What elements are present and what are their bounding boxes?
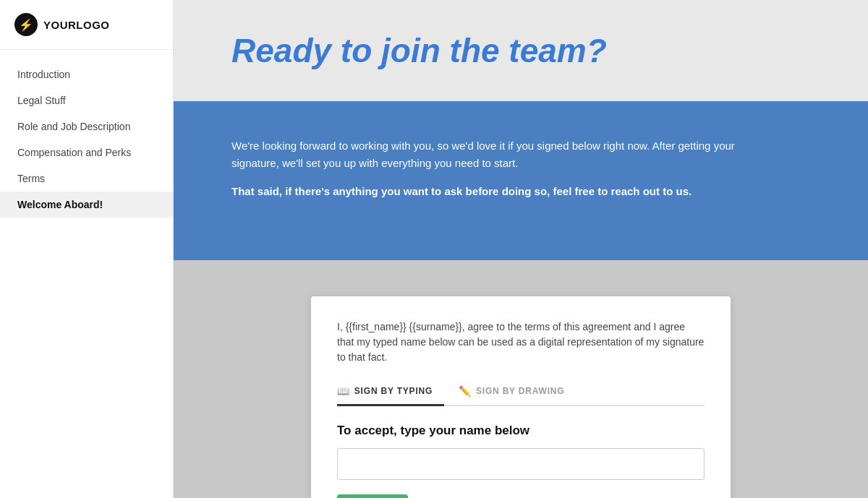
logo-area: ⚡ YOURLOGO [0,0,173,50]
sidebar-item-role-job[interactable]: Role and Job Description [0,113,173,139]
gray-section: I, {{first_name}} {{surname}}, agree to … [174,260,868,498]
main-content: Ready to join the team? We're looking fo… [174,0,868,498]
book-icon: 📖 [337,385,350,397]
accept-button[interactable]: Accept [337,494,408,498]
blue-paragraph: We're looking forward to working with yo… [231,137,738,172]
logo-icon: ⚡ [14,13,38,36]
sidebar-nav: Introduction Legal Stuff Role and Job De… [0,50,173,229]
sidebar-item-terms[interactable]: Terms [0,166,173,192]
blue-section: We're looking forward to working with yo… [174,101,868,260]
signature-input[interactable] [337,448,705,480]
sign-label: To accept, type your name below [337,424,705,438]
signature-card: I, {{first_name}} {{surname}}, agree to … [311,296,731,498]
tab-typing-label: SIGN BY TYPING [354,386,433,396]
hero-section: Ready to join the team? [174,0,868,101]
pen-icon: ✏️ [459,385,472,397]
sidebar-item-introduction[interactable]: Introduction [0,61,173,87]
logo-text: YOURLOGO [43,19,110,31]
tab-sign-drawing[interactable]: ✏️ SIGN BY DRAWING [459,379,576,406]
sign-tabs: 📖 SIGN BY TYPING ✏️ SIGN BY DRAWING [337,379,705,406]
sidebar-item-legal-stuff[interactable]: Legal Stuff [0,87,173,113]
agreement-text: I, {{first_name}} {{surname}}, agree to … [337,319,705,365]
tab-drawing-label: SIGN BY DRAWING [476,386,564,396]
hero-title: Ready to join the team? [231,33,607,69]
sidebar: ⚡ YOURLOGO Introduction Legal Stuff Role… [0,0,174,498]
blue-bold-text: That said, if there's anything you want … [231,185,810,197]
sidebar-item-compensation[interactable]: Compensation and Perks [0,139,173,166]
tab-sign-typing[interactable]: 📖 SIGN BY TYPING [337,379,444,406]
sidebar-item-welcome[interactable]: Welcome Aboard! [0,192,173,218]
